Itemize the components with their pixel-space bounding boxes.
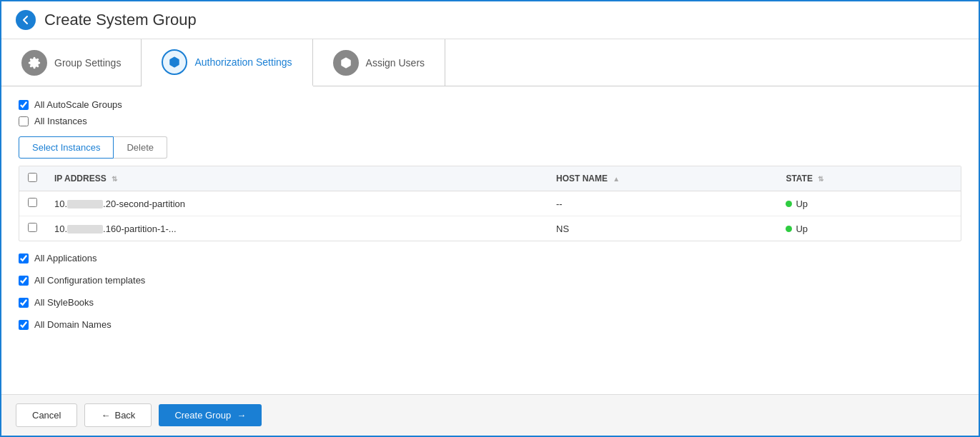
row2-state: Up: [777, 216, 961, 241]
th-checkbox: [19, 166, 46, 191]
tabs-bar: Group Settings Authorization Settings As…: [1, 39, 979, 86]
all-stylebooks-row: All StyleBooks: [19, 297, 961, 308]
all-stylebooks-label: All StyleBooks: [34, 297, 94, 308]
row1-checkbox[interactable]: [28, 198, 37, 207]
main-window: Create System Group Group Settings Autho…: [0, 0, 980, 437]
all-domain-names-label: All Domain Names: [34, 319, 112, 330]
back-arrow-icon: ←: [101, 410, 110, 421]
th-hostname[interactable]: HOST NAME ▲: [548, 166, 777, 191]
row1-ip: 10. .20-second-partition: [46, 191, 548, 216]
all-applications-label: All Applications: [34, 253, 96, 263]
tab-group-settings-label: Group Settings: [54, 57, 121, 69]
page-title: Create System Group: [44, 11, 197, 29]
gear-icon: [21, 50, 47, 76]
row2-ip: 10. .160-partition-1-...: [46, 216, 548, 241]
create-arrow-icon: →: [237, 410, 246, 421]
sort-state-icon: ⇅: [818, 175, 823, 183]
auth-icon: [162, 49, 187, 75]
all-stylebooks-checkbox[interactable]: [19, 298, 29, 308]
th-ip-address[interactable]: IP ADDRESS ⇅: [46, 166, 548, 191]
sort-host-icon: ▲: [613, 175, 620, 183]
tab-assign-users[interactable]: Assign Users: [313, 39, 445, 86]
tab-assign-users-label: Assign Users: [366, 57, 425, 69]
tab-group-settings[interactable]: Group Settings: [1, 39, 142, 86]
create-group-label: Create Group: [174, 410, 231, 421]
up-dot-1: [786, 201, 792, 207]
title-bar: Create System Group: [1, 1, 979, 39]
status-up-2: Up: [786, 223, 952, 234]
th-state[interactable]: STATE ⇅: [777, 166, 961, 191]
sort-ip-icon: ⇅: [112, 175, 117, 183]
users-icon: [333, 50, 359, 76]
table-header-row: IP ADDRESS ⇅ HOST NAME ▲ STATE ⇅: [19, 166, 961, 191]
all-instances-row: All Instances: [19, 116, 961, 126]
table-row: 10. .160-partition-1-... NS Up: [19, 216, 961, 241]
all-domain-names-checkbox[interactable]: [19, 320, 29, 330]
all-applications-row: All Applications: [19, 253, 961, 263]
ip-blur-2: [67, 225, 103, 233]
up-dot-2: [786, 226, 792, 232]
row2-checkbox-cell: [19, 216, 46, 241]
all-applications-checkbox[interactable]: [19, 253, 29, 263]
all-domain-names-row: All Domain Names: [19, 319, 961, 330]
row2-checkbox[interactable]: [28, 223, 37, 232]
table-row: 10. .20-second-partition -- Up: [19, 191, 961, 216]
action-buttons: Select Instances Delete: [19, 136, 961, 159]
row1-state: Up: [777, 191, 961, 216]
content-area: All AutoScale Groups All Instances Selec…: [1, 86, 979, 394]
cancel-button[interactable]: Cancel: [16, 403, 77, 427]
delete-button[interactable]: Delete: [114, 136, 167, 159]
create-group-button[interactable]: Create Group →: [159, 404, 262, 426]
status-up-1: Up: [786, 199, 952, 209]
all-autoscale-checkbox[interactable]: [19, 100, 29, 110]
ip-blur-1: [67, 200, 103, 209]
instances-table: IP ADDRESS ⇅ HOST NAME ▲ STATE ⇅: [19, 166, 961, 241]
select-instances-button[interactable]: Select Instances: [19, 136, 114, 159]
row2-hostname: NS: [548, 216, 777, 241]
all-autoscale-row: All AutoScale Groups: [19, 99, 961, 110]
all-autoscale-label: All AutoScale Groups: [34, 99, 122, 110]
instances-table-wrapper: IP ADDRESS ⇅ HOST NAME ▲ STATE ⇅: [19, 166, 961, 241]
back-icon-button[interactable]: [16, 10, 36, 30]
all-instances-checkbox[interactable]: [19, 116, 29, 126]
tab-authorization-settings-label: Authorization Settings: [194, 56, 292, 68]
row1-checkbox-cell: [19, 191, 46, 216]
back-button[interactable]: ← Back: [84, 403, 152, 427]
all-instances-label: All Instances: [34, 116, 87, 126]
back-button-label: Back: [114, 410, 135, 421]
all-config-templates-checkbox[interactable]: [19, 276, 29, 286]
tab-authorization-settings[interactable]: Authorization Settings: [142, 39, 312, 86]
all-config-templates-label: All Configuration templates: [34, 275, 145, 286]
section-checkboxes: All Applications All Configuration templ…: [19, 253, 961, 336]
all-config-templates-row: All Configuration templates: [19, 275, 961, 286]
select-all-checkbox[interactable]: [28, 173, 37, 182]
footer: Cancel ← Back Create Group →: [1, 394, 979, 436]
row1-hostname: --: [548, 191, 777, 216]
